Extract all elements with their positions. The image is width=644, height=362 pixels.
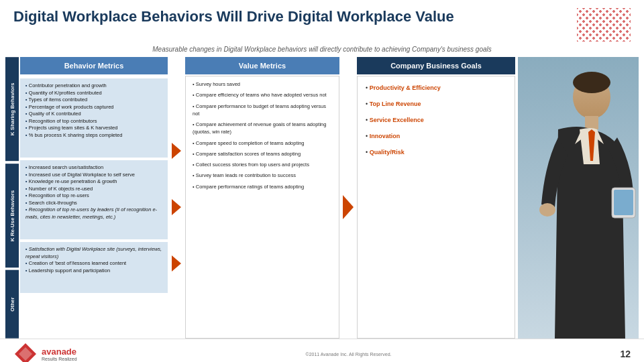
subtitle: Measurable changes in Digital Workplace … bbox=[0, 44, 644, 57]
behavior-sharing-section: Contributor penetration and growth Quant… bbox=[20, 78, 168, 158]
value-item: Compare satisfaction scores of teams ado… bbox=[193, 150, 332, 158]
svg-point-6 bbox=[539, 203, 555, 217]
sidebar-labels: K Sharing Behaviors K Re-Use Behaviors O… bbox=[5, 57, 19, 339]
logo-text: avanade Results Realized bbox=[42, 347, 77, 361]
reuse-label: K Re-Use Behaviors bbox=[5, 164, 19, 267]
list-item: Creation of 'best of'/lessons learned co… bbox=[25, 260, 162, 267]
person-svg bbox=[518, 57, 639, 339]
value-header: Value Metrics bbox=[185, 57, 339, 74]
photo-area bbox=[518, 57, 639, 339]
goals-content: Productivity & Efficiency Top Line Reven… bbox=[357, 76, 515, 339]
list-item: Contributor penetration and growth bbox=[25, 82, 162, 90]
header: Digital Workplace Behaviors Will Drive D… bbox=[0, 0, 644, 44]
behavior-other-section: Satisfaction with Digital Workplace site… bbox=[20, 242, 168, 293]
page-title: Digital Workplace Behaviors Will Drive D… bbox=[13, 8, 454, 25]
arrow-2 bbox=[172, 199, 181, 215]
list-item: Knowledge re-use penetration & growth bbox=[25, 178, 162, 186]
list-item: Quality of K contributed bbox=[25, 111, 162, 118]
arrow-1 bbox=[172, 143, 181, 159]
value-content: Survey hours saved Compare efficiency of… bbox=[185, 76, 339, 339]
list-item: Recognition of top re-users by leaders (… bbox=[25, 206, 162, 221]
list-item: Number of K objects re-used bbox=[25, 186, 162, 193]
reuse-list: Increased search use/satisfaction Increa… bbox=[25, 164, 162, 221]
page-number: 12 bbox=[620, 349, 631, 359]
value-column: Value Metrics Survey hours saved Compare… bbox=[185, 57, 339, 339]
other-list: Satisfaction with Digital Workplace site… bbox=[25, 246, 162, 274]
behavior-sections: Behavior Metrics Contributor penetration… bbox=[20, 57, 168, 339]
goal-item-service: Service Excellence bbox=[366, 114, 506, 126]
arrows-col bbox=[170, 57, 182, 339]
copyright: ©2011 Avanade Inc. All Rights Reserved. bbox=[305, 352, 391, 357]
svg-rect-3 bbox=[585, 116, 598, 129]
logo-name: avanade bbox=[42, 347, 77, 357]
list-item: Leadership support and participation bbox=[25, 267, 162, 275]
logo-tagline: Results Realized bbox=[42, 357, 77, 361]
value-item: Compare performance ratings of teams ado… bbox=[193, 183, 332, 190]
left-behavior-area: K Sharing Behaviors K Re-Use Behaviors O… bbox=[5, 57, 168, 339]
list-item: Recognition of top re-users bbox=[25, 192, 162, 200]
goals-column: Company Business Goals Productivity & Ef… bbox=[357, 57, 515, 339]
goals-header: Company Business Goals bbox=[357, 57, 515, 74]
decorative-dots bbox=[577, 8, 631, 42]
arrow-3 bbox=[172, 255, 181, 272]
list-item: Increased use of Digital Workplace to se… bbox=[25, 172, 162, 179]
value-item: Compare achievement of revenue goals of … bbox=[193, 121, 332, 136]
value-item: Survey team leads re contribution to suc… bbox=[193, 172, 332, 179]
list-item: Percentage of work products captured bbox=[25, 104, 162, 111]
logo-icon-container bbox=[13, 342, 38, 362]
value-item: Compare efficiency of teams who have ado… bbox=[193, 91, 332, 99]
list-item: Projects using team sites & K harvested bbox=[25, 125, 162, 132]
arrows-col-2 bbox=[342, 57, 354, 339]
main-content: K Sharing Behaviors K Re-Use Behaviors O… bbox=[0, 57, 644, 339]
other-label: Other bbox=[5, 270, 19, 339]
avanade-logo-icon bbox=[13, 342, 38, 362]
footer: avanade Results Realized ©2011 Avanade I… bbox=[0, 339, 644, 362]
value-item: Compare performance to budget of teams a… bbox=[193, 103, 332, 118]
list-item: Quantity of K/profiles contributed bbox=[25, 90, 162, 97]
sharing-list: Contributor penetration and growth Quant… bbox=[25, 82, 162, 139]
svg-point-2 bbox=[573, 72, 610, 93]
value-item: Survey hours saved bbox=[193, 80, 332, 88]
value-item: Compare speed to completion of teams ado… bbox=[193, 139, 332, 147]
behavior-header: Behavior Metrics bbox=[20, 57, 168, 74]
behavior-reuse-section: Increased search use/satisfaction Increa… bbox=[20, 160, 168, 239]
list-item: Types of items contributed bbox=[25, 97, 162, 104]
list-item: Recognition of top contributors bbox=[25, 118, 162, 125]
goal-item-revenue: Top Line Revenue bbox=[366, 98, 506, 110]
arrow-big bbox=[343, 195, 354, 219]
goal-item-innovation: Innovation bbox=[366, 130, 506, 142]
value-item: Collect success stories from top users a… bbox=[193, 161, 332, 168]
avanade-logo: avanade Results Realized bbox=[13, 342, 77, 362]
svg-rect-5 bbox=[614, 190, 633, 215]
goal-item-productivity: Productivity & Efficiency bbox=[366, 82, 506, 94]
list-item: Increased search use/satisfaction bbox=[25, 164, 162, 172]
list-item: Search click-throughs bbox=[25, 200, 162, 207]
list-item: % bus process K sharing steps completed bbox=[25, 132, 162, 139]
goal-item-quality: Quality/Risk bbox=[366, 146, 506, 158]
person-silhouette bbox=[518, 57, 639, 339]
list-item: Satisfaction with Digital Workplace site… bbox=[25, 246, 162, 260]
sharing-label: K Sharing Behaviors bbox=[5, 57, 19, 161]
